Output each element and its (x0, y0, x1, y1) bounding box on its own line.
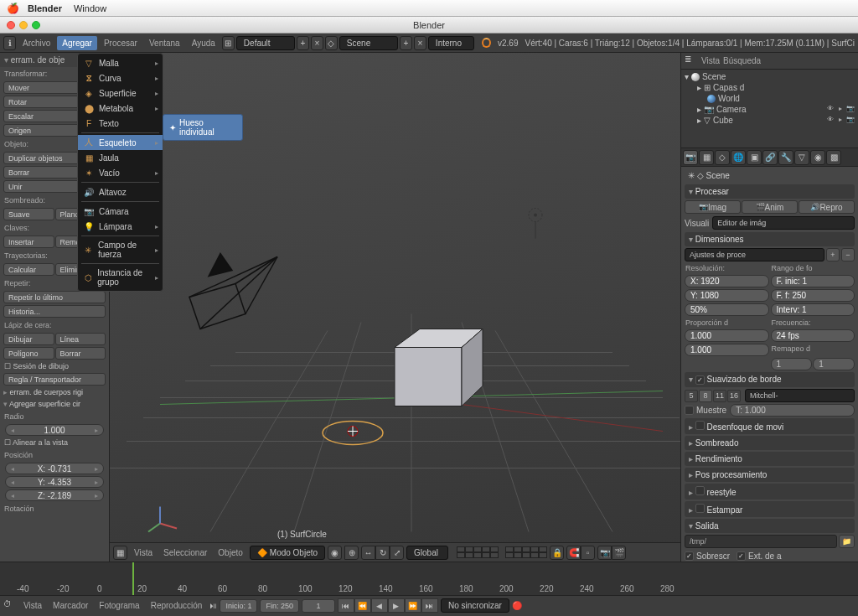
apple-icon[interactable]: 🍎 (7, 3, 19, 14)
shading-icon[interactable]: ◉ (328, 546, 342, 560)
menu-agregar[interactable]: Agregar (57, 36, 97, 50)
menu-item-curva[interactable]: ⴵCurva (78, 70, 163, 85)
layout-del-icon[interactable]: × (311, 36, 323, 50)
frame-end-field[interactable]: F. f: 250 (771, 289, 855, 302)
scene-del-icon[interactable]: × (414, 36, 426, 50)
engine-dropdown[interactable]: Interno (428, 36, 474, 50)
tab-data[interactable]: ▽ (794, 150, 809, 165)
tab-material[interactable]: ◉ (810, 150, 825, 165)
snap-icon[interactable]: 🧲 (566, 546, 581, 560)
play-icon[interactable]: ▶ (388, 598, 405, 613)
agregar-sup-panel[interactable]: Agregar superficie cir (0, 398, 109, 410)
outliner-editor-icon[interactable]: ≣ (685, 54, 698, 68)
minimize-icon[interactable] (19, 21, 28, 29)
preset-dropdown[interactable]: Ajustes de proce (685, 248, 824, 261)
jump-start-icon[interactable]: ⏮ (338, 598, 354, 613)
menu-procesar[interactable]: Procesar (99, 36, 142, 50)
pivot-buttons[interactable]: ⊕ (344, 546, 359, 560)
sync-dropdown[interactable]: No sincronizar (441, 598, 509, 613)
pos-x-field[interactable]: X: -0.731 (5, 463, 104, 474)
output-path-field[interactable]: /tmp/ (685, 535, 837, 548)
menu-item-instancia-de-grupo[interactable]: ⬡Instancia de grupo (78, 266, 163, 289)
layers-grid-2[interactable] (505, 546, 547, 558)
timeline-editor-icon[interactable]: ⏱ (3, 599, 17, 613)
remap-new[interactable]: 1 (813, 358, 855, 370)
filter-size-field[interactable]: T: 1.000 (730, 404, 855, 417)
mac-app-name[interactable]: Blender (28, 3, 62, 13)
current-frame-field[interactable]: 1 (302, 599, 335, 613)
panel-freestyle[interactable]: reestyle (685, 484, 855, 500)
menu-item-altavoz[interactable]: 🔊Altavoz (78, 184, 163, 199)
mac-menu-window[interactable]: Window (74, 3, 106, 13)
panel-performance[interactable]: Rendimiento (685, 452, 855, 466)
panel-motionblur[interactable]: Desenfoque de movi (685, 418, 855, 434)
pos-z-field[interactable]: Z: -2.189 (5, 489, 104, 501)
menu-item-vacío[interactable]: ✶Vacío (78, 165, 163, 180)
tab-texture[interactable]: ▩ (826, 150, 841, 165)
tab-render[interactable]: 📷 (683, 150, 698, 165)
aa-11[interactable]: 11 (713, 390, 726, 402)
repetir-ultimo-button[interactable]: Repetir lo último (3, 291, 106, 303)
regla-button[interactable]: Regla / Transportador (3, 373, 106, 386)
panel-dimensiones[interactable]: Dimensiones (685, 232, 855, 246)
keyframe-prev-icon[interactable]: ⏪ (354, 598, 371, 613)
tl-vista[interactable]: Vista (19, 598, 46, 613)
preset-del-icon[interactable]: − (841, 248, 855, 261)
panel-aa[interactable]: ✓ Suavizado de borde (685, 372, 855, 387)
play-reverse-icon[interactable]: ◀ (371, 598, 388, 613)
sesion-checkbox[interactable]: Sesión de dibujo (0, 360, 109, 372)
menu-item-jaula[interactable]: ▦Jaula (78, 150, 163, 165)
panel-output[interactable]: Salida (685, 519, 855, 533)
insertar-button[interactable]: Insertar (3, 236, 54, 248)
aa-16[interactable]: 16 (727, 390, 741, 402)
fps-field[interactable]: 24 fps (771, 329, 855, 342)
menu-ayuda[interactable]: Ayuda (187, 36, 220, 50)
outliner-scene[interactable]: ▾Scene (683, 71, 856, 82)
panel-stamp[interactable]: Estampar (685, 501, 855, 517)
layers-grid[interactable] (457, 546, 499, 558)
start-frame-field[interactable]: Inicio: 1 (220, 599, 257, 613)
outliner-vista[interactable]: Vista (701, 56, 720, 65)
v3d-objeto[interactable]: Objeto (214, 546, 246, 560)
timeline-canvas[interactable]: -40-200204060801001201401601802002202402… (0, 562, 858, 596)
menu-item-lámpara[interactable]: 💡Lámpara (78, 219, 163, 234)
layout-add-icon[interactable]: + (297, 36, 309, 50)
snap-type-icon[interactable]: ▫ (581, 546, 595, 560)
tl-fotograma[interactable]: Fotograma (95, 598, 143, 613)
panel-postproc[interactable]: Pos procesamiento (685, 468, 855, 482)
outliner-cube[interactable]: ▸▽Cube👁▸📷 (683, 115, 856, 126)
panel-shading[interactable]: Sombreado (685, 436, 855, 450)
outliner-world[interactable]: World (683, 93, 856, 104)
menu-ventana[interactable]: Ventana (144, 36, 185, 50)
tab-modifiers[interactable]: 🔧 (778, 150, 793, 165)
panel-procesar[interactable]: Procesar (685, 184, 855, 199)
end-frame-field[interactable]: Fin: 250 (260, 599, 299, 613)
aa-5[interactable]: 5 (685, 390, 698, 402)
poligono-button[interactable]: Polígono (3, 347, 54, 360)
editor-type-3dview-icon[interactable]: ▦ (113, 546, 127, 560)
calcular-button[interactable]: Calcular (3, 263, 54, 276)
scene-browse-icon[interactable]: ◇ (325, 36, 338, 50)
close-icon[interactable] (7, 21, 15, 29)
hueso-individual-item[interactable]: ✦ Hueso individual (164, 116, 241, 139)
mode-dropdown[interactable]: 🔶 Modo Objeto (250, 546, 325, 560)
menu-item-metabola[interactable]: ⬤Metabola (78, 101, 163, 116)
menu-item-superficie[interactable]: ◈Superficie (78, 85, 163, 101)
preset-add-icon[interactable]: + (826, 248, 840, 261)
tl-repro[interactable]: Reproducción (147, 598, 207, 613)
orientation-dropdown[interactable]: Global (406, 546, 448, 560)
radio-field[interactable]: 1.000 (5, 424, 104, 436)
menu-item-cámara[interactable]: 📷Cámara (78, 204, 163, 219)
cuerpos-panel[interactable]: erram. de cuerpos rigi (0, 386, 109, 398)
jump-end-icon[interactable]: ⏭ (421, 598, 438, 613)
scene-add-icon[interactable]: + (400, 36, 412, 50)
aspect-y-field[interactable]: 1.000 (685, 344, 769, 356)
display-dropdown[interactable]: Editor de imág (712, 216, 855, 230)
editor-type-icon[interactable]: ℹ (3, 36, 16, 50)
filter-dropdown[interactable]: Mitchell- (745, 389, 855, 402)
layout-browse-icon[interactable]: ⊞ (222, 36, 235, 50)
render-anim-button[interactable]: 🎬Anim (742, 200, 798, 214)
tab-object[interactable]: ▣ (747, 150, 762, 165)
dibujar-button[interactable]: Dibujar (3, 333, 54, 345)
pos-y-field[interactable]: Y: -4.353 (5, 476, 104, 488)
